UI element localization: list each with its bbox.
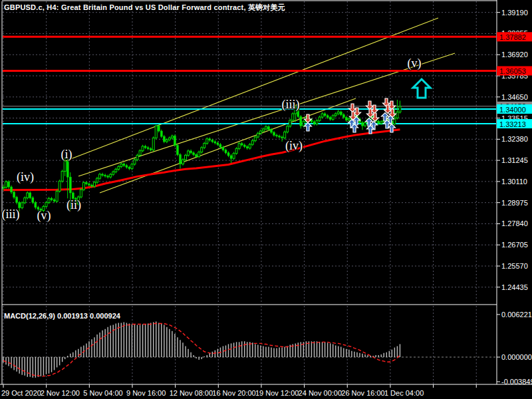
time-tick-label: 16 Nov 20:00 — [212, 389, 255, 397]
chart-title: GBPUSD.c, H4: Great Britain Pound vs US … — [4, 3, 285, 13]
wave-label[interactable]: (iv) — [17, 170, 34, 184]
price-tick-label: 1.39190 — [501, 9, 528, 17]
time-tick-label: 29 Oct 2020 — [1, 389, 41, 397]
macd-tick-label: 0.000000 — [501, 353, 532, 361]
price-tick-label: 1.27840 — [501, 219, 528, 227]
price-tick-label: 1.24435 — [501, 283, 528, 291]
wave-label[interactable]: (ii) — [66, 198, 81, 212]
time-tick-label: 24 Nov 00:00 — [299, 389, 342, 397]
price-tick-label: 1.26705 — [501, 241, 528, 249]
price-tick-label: 1.30110 — [501, 178, 527, 186]
level-cyan-2-badge-label: 1.33213 — [499, 120, 526, 128]
wave-label[interactable]: (iii) — [282, 98, 300, 112]
macd-tick-label: 0.006221 — [501, 311, 532, 319]
price-tick-label: 1.36920 — [501, 51, 528, 59]
time-tick-label: 19 Nov 12:00 — [255, 389, 299, 397]
time-tick-label: 1 Dec 04:00 — [384, 389, 424, 397]
level-cyan-1-badge-label: 1.34000 — [499, 106, 526, 114]
wave-label[interactable]: (i) — [61, 148, 72, 162]
price-tick-label: 1.32380 — [501, 135, 528, 143]
wave-label[interactable]: (v) — [408, 57, 422, 70]
price-tick-label: 1.31245 — [501, 156, 528, 164]
time-tick-label: 12 Nov 08:00 — [170, 389, 213, 397]
macd-tick-label: -0.003849 — [501, 378, 532, 386]
time-tick-label: 5 Nov 04:00 — [83, 389, 122, 397]
resistance-1-badge-label: 1.37882 — [499, 33, 526, 41]
price-tick-label: 1.28975 — [501, 199, 528, 207]
price-tick-label: 1.25570 — [501, 262, 528, 270]
wave-label[interactable]: (iii) — [2, 207, 20, 221]
mt4-chart-window: 1.391901.380551.369201.357851.346501.335… — [0, 0, 532, 399]
time-tick-label: 26 Nov 16:00 — [341, 389, 384, 397]
time-tick-label: 2 Nov 12:00 — [41, 389, 80, 397]
time-tick-label: 9 Nov 16:00 — [126, 389, 166, 397]
price-tick-label: 1.34650 — [501, 93, 528, 101]
resistance-2-badge-label: 1.36053 — [499, 67, 526, 75]
wave-label[interactable]: (v) — [37, 209, 51, 223]
macd-indicator-label: MACD(12,26,9) 0.001913 0.000924 — [4, 312, 120, 320]
wave-label[interactable]: (iv) — [285, 139, 303, 153]
